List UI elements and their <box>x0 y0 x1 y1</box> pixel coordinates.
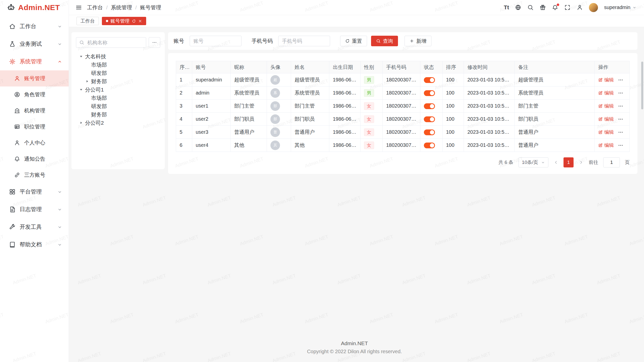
cell-avatar: 系 <box>267 86 291 100</box>
more-actions-button[interactable] <box>618 90 623 96</box>
avatar: 普 <box>270 127 280 137</box>
sidebar-item-platform-management[interactable]: 平台管理 <box>0 183 69 201</box>
sidebar-item-workbench[interactable]: 工作台 <box>0 18 69 35</box>
tree-node[interactable]: 财务部 <box>76 77 160 85</box>
filter-panel: 账号 手机号码 重置 查询 <box>168 32 637 50</box>
caret-collapsed-icon[interactable] <box>85 79 89 83</box>
refresh-icon[interactable] <box>132 19 136 23</box>
current-page-button[interactable]: 1 <box>564 157 574 167</box>
search-icon[interactable] <box>527 4 534 11</box>
topbar: 工作台 / 系统管理 / 账号管理 Tt superadmin <box>69 0 644 15</box>
sidebar-item-system-management[interactable]: 系统管理 <box>0 53 69 70</box>
breadcrumb-item[interactable]: 系统管理 <box>111 4 132 11</box>
breadcrumb-item[interactable]: 账号管理 <box>140 4 161 11</box>
col-header: 性别 <box>360 61 383 73</box>
user-menu[interactable]: superadmin <box>604 5 636 10</box>
prev-page-button[interactable] <box>553 160 558 165</box>
table-row: 2 admin 系统管理员 系 系统管理员 1986-06-28 男 18020… <box>176 86 630 100</box>
flask-icon <box>9 41 16 47</box>
more-actions-button[interactable] <box>618 103 623 109</box>
tree-node[interactable]: 研发部 <box>76 102 160 110</box>
fullscreen-icon[interactable] <box>564 4 571 11</box>
tree-more-button[interactable] <box>149 37 160 48</box>
tree-node-label: 财务部 <box>91 78 107 85</box>
add-button[interactable]: 新增 <box>405 36 431 46</box>
tree-node[interactable]: 市场部 <box>76 61 160 69</box>
status-toggle[interactable] <box>424 77 435 83</box>
more-actions-button[interactable] <box>618 143 623 148</box>
table-row: 5 user3 普通用户 普 普通用户 1986-06-28 女 1802003… <box>176 126 630 139</box>
scrollbar-thumb[interactable] <box>641 62 643 109</box>
org-search-input[interactable] <box>76 37 146 48</box>
edit-button[interactable]: 编辑 <box>598 142 614 149</box>
cell-remark: 部门职员 <box>515 113 595 126</box>
sidebar-subitem-personal-center[interactable]: 个人中心 <box>0 135 69 151</box>
tab-workbench[interactable]: 工作台 <box>76 17 99 25</box>
more-actions-button[interactable] <box>618 129 623 135</box>
breadcrumb-item[interactable]: 工作台 <box>87 4 103 11</box>
globe-icon[interactable] <box>515 4 521 11</box>
cell-gender: 男 <box>360 73 383 86</box>
cell-nickname: 超级管理员 <box>231 73 267 86</box>
tree-node[interactable]: 研发部 <box>76 69 160 77</box>
sidebar-subitem-notice[interactable]: 通知公告 <box>0 151 69 167</box>
sidebar-subitem-position-management[interactable]: 职位管理 <box>0 119 69 135</box>
cell-gender: 女 <box>360 139 383 152</box>
sidebar-item-dev-tools[interactable]: 开发工具 <box>0 218 69 236</box>
caret-expanded-icon[interactable] <box>79 54 83 59</box>
cell-actions: 编辑 <box>595 139 630 152</box>
edit-button[interactable]: 编辑 <box>598 90 614 96</box>
gift-icon[interactable] <box>540 4 546 11</box>
status-toggle[interactable] <box>424 143 435 148</box>
goto-page-input[interactable] <box>603 157 620 167</box>
sidebar-item-help-docs[interactable]: 帮助文档 <box>0 236 69 253</box>
more-actions-button[interactable] <box>618 116 623 122</box>
notification-badge <box>557 4 559 6</box>
close-icon[interactable] <box>138 19 142 23</box>
user-avatar[interactable] <box>589 3 598 12</box>
sidebar-subitem-role-management[interactable]: 角色管理 <box>0 86 69 103</box>
logo[interactable]: Admin.NET <box>0 0 69 15</box>
cell-no: 4 <box>176 113 192 126</box>
tree-node[interactable]: 市场部 <box>76 94 160 102</box>
sidebar-subitem-org-management[interactable]: 机构管理 <box>0 103 69 119</box>
caret-collapsed-icon[interactable] <box>79 121 83 125</box>
tab-account-management[interactable]: 账号管理 <box>102 17 146 25</box>
notifications-button[interactable] <box>552 4 558 11</box>
tree-node[interactable]: 财务部 <box>76 110 160 119</box>
sidebar-item-label: 平台管理 <box>20 188 57 196</box>
avatar: 系 <box>270 88 280 98</box>
col-header: 状态 <box>420 61 442 73</box>
status-toggle[interactable] <box>424 116 435 122</box>
status-toggle[interactable] <box>424 90 435 96</box>
edit-button[interactable]: 编辑 <box>598 77 614 83</box>
tree-node[interactable]: 分公司1 <box>76 85 160 94</box>
page-size-select[interactable]: 10条/页 <box>518 157 548 167</box>
sidebar-subitem-third-party-account[interactable]: 三方账号 <box>0 167 69 183</box>
gear-icon <box>9 58 16 65</box>
tree-node[interactable]: 大名科技 <box>76 52 160 61</box>
person-icon[interactable] <box>577 4 583 11</box>
tree-node[interactable]: 分公司2 <box>76 119 160 127</box>
sidebar-subitem-account-management[interactable]: 账号管理 <box>0 70 69 86</box>
next-page-button[interactable] <box>579 160 584 165</box>
system-management-submenu: 账号管理 角色管理 机构管理 职位管理 个人中心 <box>0 70 69 183</box>
phone-input[interactable] <box>278 36 330 46</box>
edit-button[interactable]: 编辑 <box>598 103 614 109</box>
status-toggle[interactable] <box>424 129 435 135</box>
chevron-down-icon <box>632 6 636 10</box>
sidebar-item-log-management[interactable]: 日志管理 <box>0 201 69 218</box>
edit-button[interactable]: 编辑 <box>598 129 614 135</box>
reset-button[interactable]: 重置 <box>340 36 367 46</box>
more-actions-button[interactable] <box>618 77 623 83</box>
caret-expanded-icon[interactable] <box>79 87 83 92</box>
edit-button[interactable]: 编辑 <box>598 116 614 122</box>
cell-update-time: 2023-01-03 10:59:44 <box>464 139 515 152</box>
status-toggle[interactable] <box>424 103 435 109</box>
sidebar-subitem-label: 三方账号 <box>24 171 45 178</box>
font-size-icon[interactable]: Tt <box>504 5 509 10</box>
hamburger-menu-icon[interactable] <box>75 4 82 11</box>
account-input[interactable] <box>190 36 242 46</box>
query-button[interactable]: 查询 <box>371 36 398 46</box>
sidebar-item-business-test[interactable]: 业务测试 <box>0 35 69 53</box>
